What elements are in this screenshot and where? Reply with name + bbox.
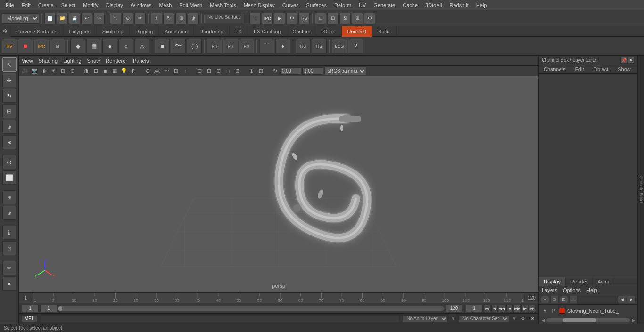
tab-redshift[interactable]: Redshift: [342, 26, 372, 37]
render-region-btn[interactable]: ⊡: [2, 241, 17, 255]
tab-channels[interactable]: Channels: [539, 65, 570, 73]
render-seq-btn[interactable]: ▶: [274, 13, 285, 24]
vp-camera-icon[interactable]: 🎥: [21, 67, 29, 75]
menu-generate[interactable]: Generate: [370, 1, 399, 9]
go-end-btn[interactable]: ⏭: [529, 305, 536, 312]
vp-grid-icon[interactable]: ⊞: [58, 67, 67, 75]
marquee-btn[interactable]: ⬜: [2, 170, 17, 185]
vp-film-icon[interactable]: 📷: [30, 67, 39, 75]
attribute-editor-edge[interactable]: Attribute Editor: [637, 56, 644, 324]
menu-redshift[interactable]: Redshift: [446, 1, 472, 9]
vp-texture-icon[interactable]: ▦: [110, 67, 119, 75]
go-start-btn[interactable]: ⏮: [484, 305, 490, 312]
vp-num1-input[interactable]: [280, 67, 301, 75]
vp-gamma-dropdown[interactable]: sRGB gamma: [324, 67, 366, 75]
vp-lights-icon[interactable]: 💡: [120, 67, 128, 75]
vp-menu-renderer[interactable]: Renderer: [103, 57, 130, 65]
vp-shading-icon[interactable]: ◑: [82, 67, 91, 75]
save-scene-btn[interactable]: 💾: [69, 13, 80, 24]
layout3-btn[interactable]: ⊠: [339, 13, 351, 24]
playback-start-input[interactable]: [40, 305, 57, 312]
tab-polygons[interactable]: Polygons: [63, 26, 96, 37]
shelf-rs2-btn[interactable]: RS: [312, 39, 327, 54]
redo-btn[interactable]: ↪: [93, 13, 105, 24]
vp-shadow-icon[interactable]: ◐: [129, 67, 138, 75]
menu-edit-mesh[interactable]: Edit Mesh: [175, 1, 206, 9]
shelf-rv-btn[interactable]: RV: [2, 39, 17, 54]
shelf-cube-btn[interactable]: ■: [155, 39, 170, 54]
tab-curves-surfaces[interactable]: Curves / Surfaces: [10, 26, 63, 37]
char-set-icon[interactable]: ⚙: [520, 316, 526, 322]
select-btn[interactable]: ↖: [110, 13, 121, 24]
mel-input[interactable]: [40, 315, 400, 323]
shelf-ipr2-btn[interactable]: ⊡: [50, 39, 65, 54]
vp-wire-icon[interactable]: ⊡: [91, 67, 100, 75]
prev-layer-btn[interactable]: ◀: [618, 296, 626, 303]
vp-gate2-icon[interactable]: ⊡: [214, 67, 223, 75]
layer-scroll-right[interactable]: ▶: [630, 318, 636, 323]
rotate-btn[interactable]: ↻: [163, 13, 174, 24]
layer-item[interactable]: V P Glowing_Neon_Tube_: [540, 306, 636, 316]
shelf-log-btn[interactable]: LOG: [332, 39, 347, 54]
shelf-wave-btn[interactable]: 〜: [171, 39, 186, 54]
menu-file[interactable]: File: [2, 1, 18, 9]
shelf-lamp-btn[interactable]: ♦: [275, 39, 290, 54]
shelf-grid-btn[interactable]: ▦: [86, 39, 101, 54]
open-scene-btn[interactable]: 📁: [57, 13, 68, 24]
layers-menu[interactable]: Layers: [539, 286, 560, 294]
menu-curves[interactable]: Curves: [279, 1, 303, 9]
options-menu[interactable]: Options: [560, 286, 584, 294]
move-tool-btn[interactable]: ✛: [2, 73, 17, 87]
menu-edit[interactable]: Edit: [18, 1, 34, 9]
close-panel-btn[interactable]: ✕: [628, 57, 635, 64]
settings-icon[interactable]: ⚙: [0, 26, 10, 37]
vp-motion-icon[interactable]: 〜: [162, 67, 171, 75]
vp-gate3-icon[interactable]: □: [223, 67, 232, 75]
scale-btn[interactable]: ⊞: [175, 13, 187, 24]
shelf-rs1-btn[interactable]: RS: [296, 39, 311, 54]
tab-show[interactable]: Show: [613, 65, 636, 73]
undo-btn[interactable]: ↩: [81, 13, 92, 24]
tab-bullet[interactable]: Bullet: [372, 26, 397, 37]
menu-surfaces[interactable]: Surfaces: [303, 1, 330, 9]
mode-dropdown[interactable]: Modeling: [2, 13, 39, 24]
menu-3dtoall[interactable]: 3DtoAll: [421, 1, 446, 9]
new-empty-layer-btn[interactable]: □: [550, 296, 559, 303]
tab-fx[interactable]: FX: [230, 26, 248, 37]
layer-scroll-track[interactable]: [546, 318, 630, 322]
vp-hud-icon[interactable]: ⊟: [195, 67, 204, 75]
render-cam-btn[interactable]: 🎥: [249, 13, 261, 24]
next-layer-btn[interactable]: ▶: [627, 296, 636, 303]
layer-scrollbar[interactable]: ◀ ▶: [539, 317, 637, 324]
delete-layer-btn[interactable]: −: [569, 296, 578, 303]
vp-solid-icon[interactable]: ■: [101, 67, 109, 75]
vp-gate-icon[interactable]: ⊞: [205, 67, 213, 75]
settings-btn[interactable]: ⚙: [364, 13, 375, 24]
lasso-btn[interactable]: ⊙: [122, 13, 133, 24]
char-set-select[interactable]: No Character Set: [458, 315, 509, 323]
tab-fx-caching[interactable]: FX Caching: [248, 26, 287, 37]
layout2-btn[interactable]: ⊡: [327, 13, 339, 24]
snap-curve-btn[interactable]: ⊕: [2, 206, 17, 220]
stop-btn[interactable]: ■: [506, 305, 513, 312]
info-btn[interactable]: ℹ: [2, 226, 17, 240]
vp-isolate-icon[interactable]: ⊙: [68, 67, 76, 75]
tab-edit[interactable]: Edit: [570, 65, 588, 73]
play-fwd-btn[interactable]: ▶▶: [514, 305, 520, 312]
vp-light-icon[interactable]: ☀: [49, 67, 58, 75]
step-back-btn[interactable]: ◀: [491, 305, 498, 312]
soft-sel-btn[interactable]: ◉: [2, 135, 17, 149]
menu-mesh-tools[interactable]: Mesh Tools: [206, 1, 239, 9]
render-opt-btn[interactable]: ⚙: [286, 13, 297, 24]
vp-subd-icon[interactable]: ⊞: [172, 67, 180, 75]
shelf-help-btn[interactable]: ?: [348, 39, 363, 54]
vp-snap2-icon[interactable]: ⊞: [256, 67, 265, 75]
anim-layer-select[interactable]: No Anim Layer: [402, 315, 448, 323]
shelf-circle-btn[interactable]: ◯: [187, 39, 202, 54]
shelf-pr1-btn[interactable]: PR: [207, 39, 222, 54]
play-back-btn[interactable]: ◀◀: [499, 305, 505, 312]
paint-btn[interactable]: ✏: [134, 13, 146, 24]
ipr-btn[interactable]: IPR: [262, 13, 273, 24]
ly-tab-render[interactable]: Render: [566, 277, 593, 286]
shelf-bowl-btn[interactable]: ⌒: [259, 39, 274, 54]
